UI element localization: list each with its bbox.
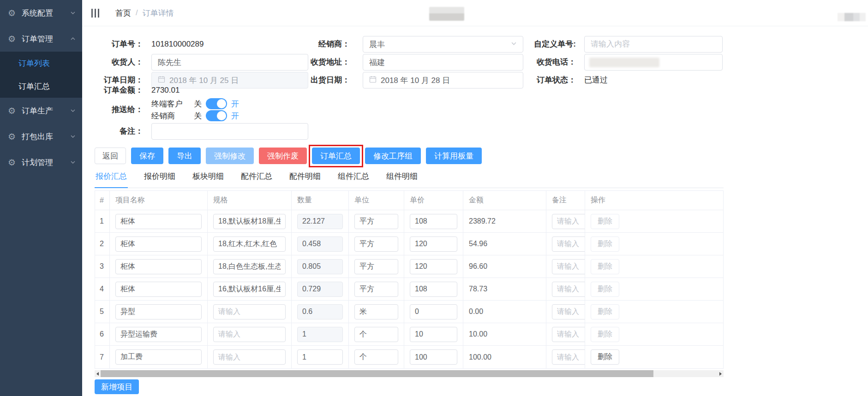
- order-management-submenu: 订单列表 订单汇总: [0, 52, 82, 98]
- scroll-right-arrow-icon[interactable]: [718, 370, 724, 377]
- price-input[interactable]: [410, 349, 457, 365]
- tab-accessory-detail[interactable]: 配件明细: [288, 168, 322, 188]
- chevron-down-icon: [70, 10, 76, 16]
- unit-input[interactable]: [354, 282, 398, 297]
- custom-no-field: [584, 36, 723, 53]
- tab-board-detail[interactable]: 板块明细: [192, 168, 225, 188]
- item-name-input[interactable]: [115, 259, 202, 274]
- delete-button[interactable]: 删除: [591, 349, 619, 365]
- amount-cell: 100.00: [463, 346, 546, 368]
- custom-no-input[interactable]: [591, 40, 716, 49]
- quantity-input[interactable]: [297, 327, 343, 342]
- quantity-input[interactable]: [297, 259, 343, 274]
- quantity-input[interactable]: [297, 214, 343, 229]
- phone-label: 收货电话：: [493, 54, 576, 71]
- sidebar-item-order-production[interactable]: ⚙ 订单生产: [0, 98, 82, 124]
- end-customer-toggle[interactable]: [206, 98, 227, 109]
- unit-input[interactable]: [354, 214, 398, 229]
- unit-input[interactable]: [354, 304, 398, 319]
- spec-input[interactable]: [213, 327, 286, 342]
- row-remark-input[interactable]: [552, 304, 585, 319]
- price-input[interactable]: [410, 236, 457, 252]
- column-header: 规格: [208, 191, 292, 210]
- delete-button[interactable]: 删除: [591, 304, 619, 319]
- tab-component-summary[interactable]: 组件汇总: [337, 168, 370, 188]
- tab-accessory-summary[interactable]: 配件汇总: [240, 168, 273, 188]
- item-name-input[interactable]: [115, 349, 202, 365]
- unit-input[interactable]: [354, 236, 398, 252]
- sidebar-item-system-config[interactable]: ⚙ 系统配置: [0, 0, 82, 26]
- sidebar-item-plan-management[interactable]: ⚙ 计划管理: [0, 149, 82, 175]
- row-remark-input[interactable]: [552, 282, 585, 297]
- spec-input[interactable]: [213, 259, 286, 274]
- spec-input[interactable]: [213, 282, 286, 297]
- quantity-input[interactable]: [297, 236, 343, 252]
- horizontal-scrollbar[interactable]: [95, 370, 724, 377]
- delete-button[interactable]: 删除: [591, 236, 619, 252]
- order-summary-button[interactable]: 订单汇总: [312, 148, 360, 164]
- sidebar-item-order-list[interactable]: 订单列表: [0, 52, 82, 75]
- order-no-label: 订单号：: [82, 36, 143, 53]
- item-name-input[interactable]: [115, 327, 202, 342]
- sidebar: ⚙ 系统配置 ⚙ 订单管理 订单列表 订单汇总 ⚙ 订单生产 ⚙ 打包出库: [0, 0, 82, 396]
- unit-input[interactable]: [354, 327, 398, 342]
- item-name-input[interactable]: [115, 236, 202, 252]
- return-button[interactable]: 返回: [95, 148, 126, 164]
- table-row: 2 54.96 删除: [95, 233, 723, 255]
- row-remark-input[interactable]: [552, 214, 585, 229]
- sidebar-item-order-management[interactable]: ⚙ 订单管理: [0, 26, 82, 52]
- spec-input[interactable]: [213, 214, 286, 229]
- row-remark-input[interactable]: [552, 327, 585, 342]
- item-name-input[interactable]: [115, 282, 202, 297]
- price-input[interactable]: [410, 214, 457, 229]
- spec-input[interactable]: [213, 304, 286, 319]
- breadcrumb-home[interactable]: 首页: [115, 8, 131, 18]
- hamburger-icon[interactable]: [91, 9, 99, 18]
- row-remark-input[interactable]: [552, 236, 585, 252]
- sidebar-item-packing-shipping[interactable]: ⚙ 打包出库: [0, 124, 82, 149]
- spec-input[interactable]: [213, 236, 286, 252]
- dealer-toggle[interactable]: [206, 110, 227, 121]
- item-name-input[interactable]: [115, 214, 202, 229]
- tab-component-detail[interactable]: 组件明细: [385, 168, 419, 188]
- force-void-button[interactable]: 强制作废: [259, 148, 307, 164]
- delete-button[interactable]: 删除: [591, 327, 619, 342]
- order-detail-page: ⚙ 系统配置 ⚙ 订单管理 订单列表 订单汇总 ⚙ 订单生产 ⚙ 打包出库: [0, 0, 868, 396]
- gear-icon: ⚙: [8, 35, 19, 43]
- scrollbar-thumb[interactable]: [101, 370, 653, 377]
- quantity-input[interactable]: [297, 304, 343, 319]
- quantity-input[interactable]: [297, 282, 343, 297]
- dealer-label: 经销商：: [276, 36, 350, 53]
- export-button[interactable]: 导出: [168, 148, 201, 164]
- unit-input[interactable]: [354, 259, 398, 274]
- spec-input[interactable]: [213, 349, 286, 365]
- force-edit-button[interactable]: 强制修改: [206, 148, 254, 164]
- sidebar-item-order-summary[interactable]: 订单汇总: [0, 75, 82, 98]
- delete-button[interactable]: 删除: [591, 282, 619, 297]
- delete-button[interactable]: 删除: [591, 214, 619, 229]
- remark-input[interactable]: [158, 127, 302, 136]
- calc-board-usage-button[interactable]: 计算用板量: [426, 148, 482, 164]
- ship-date-label: 出货日期：: [276, 72, 350, 89]
- sidebar-item-label: 订单生产: [22, 106, 53, 116]
- delete-button[interactable]: 删除: [591, 259, 619, 274]
- price-input[interactable]: [410, 327, 457, 342]
- add-item-button[interactable]: 新增项目: [95, 379, 139, 394]
- row-remark-input[interactable]: [552, 259, 585, 274]
- tab-quote-summary[interactable]: 报价汇总: [95, 168, 128, 188]
- price-input[interactable]: [410, 282, 457, 297]
- table-header: # 项目名称 规格 数量 单位 单价 金额 备注 操作: [95, 191, 723, 210]
- price-input[interactable]: [410, 259, 457, 274]
- column-header: 操作: [585, 191, 723, 210]
- item-name-input[interactable]: [115, 304, 202, 319]
- unit-input[interactable]: [354, 349, 398, 365]
- price-input[interactable]: [410, 304, 457, 319]
- scroll-left-arrow-icon[interactable]: [95, 370, 101, 377]
- save-button[interactable]: 保存: [131, 148, 163, 164]
- tab-quote-detail[interactable]: 报价明细: [143, 168, 176, 188]
- column-header: 项目名称: [110, 191, 208, 210]
- amount-value: 2730.01: [151, 82, 180, 99]
- quantity-input[interactable]: [297, 349, 343, 365]
- edit-process-group-button[interactable]: 修改工序组: [365, 148, 421, 164]
- row-remark-input[interactable]: [552, 349, 585, 365]
